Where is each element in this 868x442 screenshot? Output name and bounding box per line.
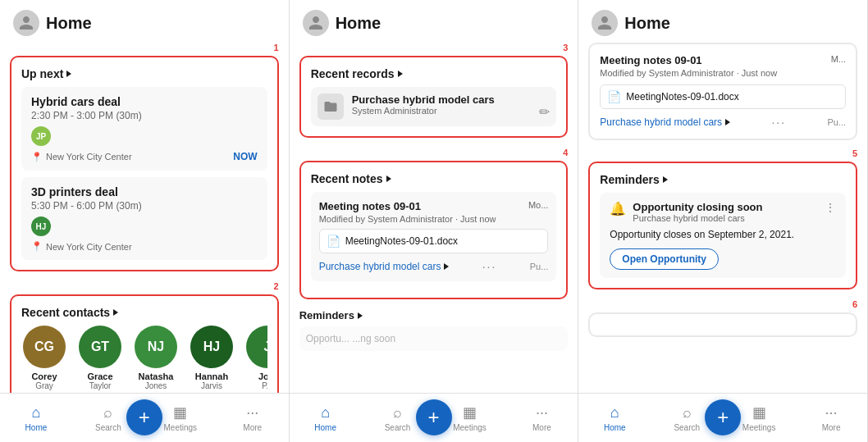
contact-cg[interactable]: CG Corey Gray [21,326,67,390]
note-link-3[interactable]: Purchase hybrid model cars [600,116,730,128]
open-opportunity-button[interactable]: Open Opportunity [610,248,719,270]
reminder-item-1[interactable]: 🔔 Opportunity closing soon Purchase hybr… [600,193,846,278]
panel-3: Home Meeting notes 09-01 Modified by Sys… [578,0,868,442]
reminders-mini-label: Reminders [299,309,354,321]
upnext-header: Up next [21,67,267,80]
avatar-jp: JP [31,126,51,146]
recent-records-chevron-2 [398,71,403,77]
nav-search-1-label: Search [95,423,121,432]
contact-name-gt: Grace [87,371,112,381]
contact-name-j: Jo... [258,371,267,381]
nav-home-1[interactable]: ⌂ Home [0,404,72,432]
nav-more-2[interactable]: ··· More [505,404,578,432]
reminder-title-1: Opportunity closing soon [633,201,762,213]
reminder-dots[interactable]: ⋮ [825,201,836,214]
more-dots-1[interactable]: ··· [482,260,497,273]
recent-contacts-chevron [113,309,118,316]
badge-6: 6 [588,299,857,309]
badge-1: 1 [10,43,279,52]
panel-1: Home 1 Up next Hybrid cars deal 2:30 PM … [0,0,290,442]
record-title-1: Purchase hybrid model cars [352,93,532,106]
panel-3-title: Home [624,14,670,33]
panel-1-header: Home [0,0,289,43]
upnext-item-1-time: 2:30 PM - 3:00 PM (30m) [31,110,258,121]
nav-search-3-label: Search [674,423,700,432]
panel-1-title: Home [46,14,92,33]
location-icon-2: 📍 [31,241,43,252]
note-left: Meeting notes 09-01 Modified by System A… [319,200,528,224]
upnext-item-1[interactable]: Hybrid cars deal 2:30 PM - 3:00 PM (30m)… [21,87,267,171]
bottom-nav-1: ⌂ Home ⌕ Search + ▦ Meetings ··· More [0,393,289,442]
nav-plus-3[interactable]: + [705,399,741,435]
more-icon-3: ··· [825,404,838,421]
reminders-chevron-main [663,176,668,183]
note-file-3: 📄 MeetingNotes-09-01.docx [600,84,846,109]
panel-1-content: 1 Up next Hybrid cars deal 2:30 PM - 3:0… [0,43,289,393]
recent-contacts-header: Recent contacts [21,306,267,319]
now-badge: NOW [233,151,257,162]
meeting-right-3: M... [831,54,846,64]
contact-circle-j: J [246,326,267,368]
reminders-header: Reminders [600,173,846,186]
recent-records-header: Recent records [311,67,557,80]
panel-3-content: Meeting notes 09-01 Modified by System A… [578,43,867,393]
home-icon-2: ⌂ [321,404,330,421]
recent-records-title-row[interactable]: Recent records [311,67,403,80]
note-item-1[interactable]: Meeting notes 09-01 Modified by System A… [311,192,557,281]
contact-gt[interactable]: GT Grace Taylor [77,326,123,390]
nav-plus-1[interactable]: + [126,399,162,435]
avatar-3 [592,10,618,36]
note-file-1: 📄 MeetingNotes-09-01.docx [319,229,549,253]
contact-name-cg: Corey [31,371,57,381]
note-link-text-1: Purchase hybrid model cars [319,261,441,272]
reminders-mini[interactable]: Reminders [299,309,569,321]
panel-3-header: Home [578,0,867,43]
more-icon-1: ··· [246,404,258,421]
recent-contacts-label: Recent contacts [21,306,110,319]
record-item-1[interactable]: Purchase hybrid model cars System Admini… [311,87,557,126]
nav-more-1-label: More [243,423,262,432]
record-info-1: Purchase hybrid model cars System Admini… [352,93,532,116]
note-footer-1: Purchase hybrid model cars ··· Pu... [319,260,549,273]
avatar-hj: HJ [31,216,51,236]
meeting-notes-card-top[interactable]: Meeting notes 09-01 Modified by System A… [588,43,857,140]
contact-last-gt: Taylor [89,381,112,390]
nav-more-1[interactable]: ··· More [217,404,289,432]
recent-notes-header: Recent notes [311,172,557,185]
upnext-location-2: 📍 New York City Center [31,241,132,252]
note-right: Mo... [528,200,548,210]
note-link-1[interactable]: Purchase hybrid model cars [319,261,450,272]
upnext-location-1: 📍 New York City Center [31,152,132,162]
reminders-preview: Opportu... ...ng soon [299,326,569,351]
recent-contacts-title-row[interactable]: Recent contacts [21,306,118,319]
upnext-item-2[interactable]: 3D printers deal 5:30 PM - 6:00 PM (30m)… [21,177,267,260]
nav-home-3[interactable]: ⌂ Home [578,404,651,432]
upnext-label: Up next [21,67,63,80]
nav-more-3[interactable]: ··· More [795,404,867,432]
recent-notes-title-row[interactable]: Recent notes [311,172,391,185]
nav-plus-2[interactable]: + [416,399,452,435]
contact-j[interactable]: J Jo... P... [244,326,267,390]
upnext-location-1-text: New York City Center [46,152,132,162]
contact-last-hj: Jarvis [201,381,222,390]
more-dots-3[interactable]: ··· [771,116,786,129]
meetings-icon-1: ▦ [173,403,187,421]
contact-hj[interactable]: HJ Hannah Jarvis [189,326,235,390]
search-icon-3: ⌕ [683,404,692,421]
badge-2: 2 [10,281,279,291]
nav-home-2[interactable]: ⌂ Home [290,404,362,432]
note-top: Meeting notes 09-01 Modified by System A… [319,200,549,224]
upnext-title-row[interactable]: Up next [21,67,71,80]
upnext-item-2-title: 3D printers deal [31,185,258,198]
docx-icon-1: 📄 [327,235,340,248]
reminders-title-row[interactable]: Reminders [600,173,667,186]
recent-records-label-2: Recent records [311,67,395,80]
recent-notes-card: Recent notes Meeting notes 09-01 Modifie… [299,161,569,299]
reminder-header-1: 🔔 Opportunity closing soon Purchase hybr… [610,201,836,223]
note-file-name-1: MeetingNotes-09-01.docx [345,235,458,247]
note-file-name-3: MeetingNotes-09-01.docx [626,91,738,103]
contact-nj[interactable]: NJ Natasha Jones [133,326,179,390]
badge-3: 3 [299,43,569,52]
more-icon-2: ··· [536,404,548,421]
contact-name-hj: Hannah [195,371,228,381]
